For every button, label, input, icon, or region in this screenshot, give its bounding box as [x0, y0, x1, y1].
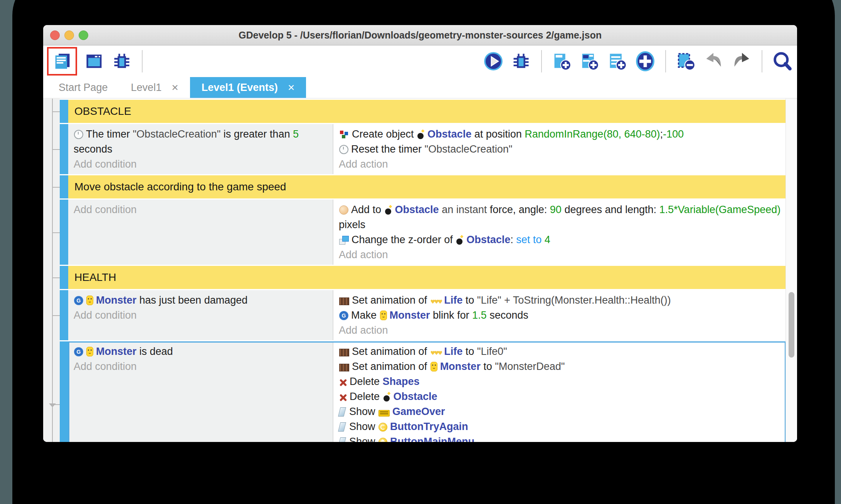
add-condition-button[interactable]: Add condition: [74, 359, 328, 374]
bomb-icon: [383, 392, 391, 402]
action-line[interactable]: Show ButtonTryAgain: [339, 419, 781, 434]
actions-cell: Set animation of Life to "Life" + ToStri…: [333, 290, 786, 340]
gdevelop-window: GDevelop 5 - /Users/florian/Downloads/ge…: [43, 25, 797, 442]
add-circle-icon[interactable]: [634, 50, 656, 72]
group-header-row: HEALTH: [60, 266, 786, 289]
monster-icon: [431, 362, 437, 371]
play-icon[interactable]: [483, 50, 504, 72]
anim-icon: [339, 297, 349, 305]
action-line[interactable]: Show GameOver: [339, 404, 781, 419]
action-line[interactable]: Delete Shapes: [339, 374, 781, 389]
event-drag-strip[interactable]: [60, 124, 68, 174]
vertical-scrollbar[interactable]: [785, 99, 797, 442]
monster-icon: [380, 311, 387, 320]
main-toolbar: [43, 45, 797, 77]
bomb-icon: [456, 235, 464, 245]
gameover-icon: [378, 410, 390, 417]
zoom-window-button[interactable]: [79, 30, 88, 40]
action-line[interactable]: Set animation of Monster to "MonsterDead…: [339, 359, 781, 374]
debugger-icon[interactable]: [111, 50, 133, 72]
close-window-button[interactable]: [50, 30, 60, 40]
toolbar-divider: [762, 50, 762, 72]
add-action-button[interactable]: Add action: [339, 247, 781, 262]
group-header-text[interactable]: HEALTH: [68, 266, 786, 289]
timer-icon: [74, 130, 83, 139]
toolbar-divider: [541, 50, 542, 72]
action-line[interactable]: Make Monster blink for 1.5 seconds: [339, 308, 781, 323]
scrollbar-thumb[interactable]: [789, 292, 794, 358]
conditions-cell: Add condition: [68, 200, 333, 265]
add-condition-button[interactable]: Add condition: [74, 157, 328, 172]
show-icon: [338, 437, 346, 442]
events-gutter: [43, 99, 60, 442]
actions-cell: Set animation of Life to "Life0"Set anim…: [333, 341, 786, 442]
debug-icon[interactable]: [510, 50, 532, 72]
tab-start-page[interactable]: Start Page: [47, 77, 119, 98]
comment-text[interactable]: Move obstacle according to the game spee…: [68, 175, 786, 198]
event-drag-strip[interactable]: [60, 200, 68, 265]
condition-line[interactable]: Monster has just been damaged: [74, 293, 328, 308]
tab-bar: Start Page Level1 × Level1 (Events) ×: [43, 77, 797, 99]
event-drag-strip[interactable]: [60, 290, 68, 340]
event-row: Add conditionAdd to Obstacle an instant …: [60, 200, 786, 265]
actions-cell: Create object Obstacle at position Rando…: [333, 124, 786, 174]
add-subevent-icon[interactable]: [579, 50, 600, 72]
search-icon[interactable]: [772, 50, 793, 72]
close-tab-icon[interactable]: ×: [288, 81, 295, 94]
action-line[interactable]: Set animation of Life to "Life" + ToStri…: [339, 293, 781, 308]
anim-icon: [339, 349, 349, 356]
add-comment-icon[interactable]: [607, 50, 628, 72]
add-condition-button[interactable]: Add condition: [74, 202, 328, 217]
events-editor-active-highlight: [47, 47, 77, 76]
events-sheet: OBSTACLEThe timer "ObstacleCreation" is …: [43, 99, 797, 442]
delete-event-icon[interactable]: [675, 50, 697, 72]
delete-icon: [339, 394, 347, 402]
force-icon: [339, 205, 348, 215]
show-icon: [338, 407, 346, 417]
event-drag-strip[interactable]: [60, 175, 68, 198]
minimize-window-button[interactable]: [64, 30, 74, 40]
behavior-icon: [74, 296, 83, 305]
behavior-icon: [74, 347, 83, 356]
bomb-icon: [417, 130, 425, 139]
action-line[interactable]: Change the z-order of Obstacle: set to 4: [339, 232, 781, 247]
conditions-cell: The timer "ObstacleCreation" is greater …: [68, 124, 333, 174]
group-header-row: OBSTACLE: [60, 100, 786, 123]
add-action-button[interactable]: Add action: [339, 323, 781, 338]
undo-icon[interactable]: [703, 50, 725, 72]
delete-icon: [339, 379, 347, 386]
condition-line[interactable]: Monster is dead: [74, 344, 328, 359]
title-bar[interactable]: GDevelop 5 - /Users/florian/Downloads/ge…: [43, 25, 797, 45]
bomb-icon: [385, 205, 392, 215]
events-rows: OBSTACLEThe timer "ObstacleCreation" is …: [60, 100, 786, 442]
event-drag-strip[interactable]: [60, 266, 68, 289]
traffic-lights: [50, 25, 88, 45]
tab-level1-events[interactable]: Level1 (Events) ×: [190, 77, 306, 98]
event-drag-strip[interactable]: [60, 341, 68, 442]
condition-line[interactable]: The timer "ObstacleCreation" is greater …: [74, 127, 328, 157]
mainmenu-icon: [378, 438, 387, 442]
add-action-button[interactable]: Add action: [339, 157, 781, 172]
zorder-icon: [339, 236, 349, 245]
action-line[interactable]: Add to Obstacle an instant force, angle:…: [339, 202, 781, 232]
action-line[interactable]: Delete Obstacle: [339, 389, 781, 404]
life-icon: [431, 294, 442, 302]
group-header-text[interactable]: OBSTACLE: [68, 100, 786, 123]
create-icon: [339, 130, 349, 139]
tab-level1[interactable]: Level1 ×: [119, 77, 190, 98]
action-line[interactable]: Show ButtonMainMenu: [339, 434, 781, 442]
tab-label: Level1 (Events): [202, 82, 278, 94]
events-sheet-icon[interactable]: [51, 50, 73, 72]
action-line[interactable]: Create object Obstacle at position Rando…: [339, 127, 781, 142]
add-condition-button[interactable]: Add condition: [74, 308, 328, 323]
redo-icon[interactable]: [731, 50, 752, 72]
add-event-icon[interactable]: [551, 50, 573, 72]
life-icon: [431, 346, 442, 353]
action-line[interactable]: Reset the timer "ObstacleCreation": [339, 142, 781, 157]
scene-editor-icon[interactable]: [83, 50, 105, 72]
close-tab-icon[interactable]: ×: [172, 81, 178, 94]
action-line[interactable]: Set animation of Life to "Life0": [339, 344, 781, 359]
behavior-icon: [339, 311, 348, 320]
event-drag-strip[interactable]: [60, 100, 68, 123]
monster-icon: [86, 296, 93, 305]
